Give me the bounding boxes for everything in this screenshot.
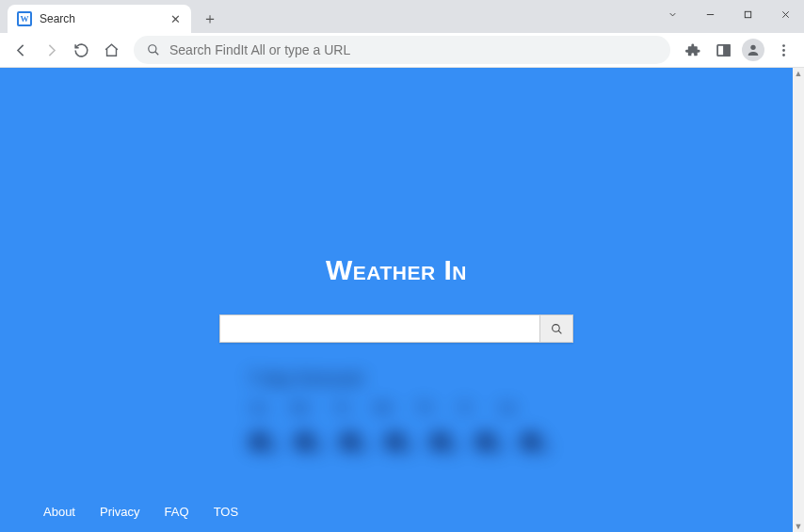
person-icon [746,42,761,57]
footer-link-privacy[interactable]: Privacy [100,505,140,519]
forecast-day: Su [249,400,269,415]
forecast-cloud-icon [474,432,499,453]
svg-point-10 [782,44,785,47]
forecast-cloud-icon [429,432,454,453]
forecast-day: Tu [331,400,352,415]
minimize-icon[interactable] [691,0,729,28]
footer-link-tos[interactable]: TOS [214,505,239,519]
svg-point-11 [782,49,785,52]
tab-close-icon[interactable]: ✕ [169,12,182,25]
forecast-cloud-icon [520,432,544,453]
forecast-cloud-icon [294,432,318,453]
forward-button[interactable] [38,37,64,63]
close-window-icon[interactable] [766,0,804,28]
back-button[interactable] [8,37,34,63]
weather-search-form [219,314,573,343]
weather-search-input[interactable] [219,314,539,343]
window-tab-strip: W Search ✕ ＋ [0,0,804,33]
weather-search-button[interactable] [539,314,573,343]
tab-favicon-icon: W [17,11,32,26]
svg-point-12 [782,54,785,56]
search-icon [551,323,563,335]
footer-link-about[interactable]: About [43,505,75,519]
forecast-day: Th [414,400,435,415]
address-input[interactable] [169,42,657,57]
svg-line-14 [558,330,561,333]
svg-point-13 [552,324,559,331]
browser-toolbar [0,33,804,68]
svg-point-4 [149,45,156,53]
side-panel-icon[interactable] [710,37,736,63]
home-button[interactable] [98,37,124,63]
forecast-cloud-icon [339,432,363,453]
profile-avatar[interactable] [742,39,764,61]
svg-rect-1 [745,11,750,17]
vertical-scrollbar[interactable]: ▲ ▼ [793,68,804,532]
scroll-down-icon[interactable]: ▼ [793,521,804,532]
extensions-icon[interactable] [680,37,706,63]
forecast-day: Fr [456,400,476,415]
footer-links: About Privacy FAQ TOS [0,493,793,530]
search-icon [147,43,160,56]
new-tab-button[interactable]: ＋ [197,6,223,32]
scroll-up-icon[interactable]: ▲ [793,68,804,79]
caret-down-icon[interactable] [653,0,691,28]
page-title: Weather In [0,254,793,286]
forecast-widget-blurred: 7-day forecast Su Mo Tu We Th Fr Sa [249,369,550,492]
svg-point-9 [750,45,755,50]
tab-title: Search [40,12,161,25]
svg-line-5 [155,52,159,56]
forecast-day: We [373,400,394,415]
page-content: Weather In 7-day forecast Su Mo Tu We Th… [0,68,793,532]
maximize-icon[interactable] [729,0,766,28]
forecast-cloud-icon [384,432,409,453]
forecast-day: Sa [497,400,518,415]
address-bar[interactable] [134,36,670,64]
svg-rect-8 [724,44,730,55]
menu-icon[interactable] [770,37,796,63]
window-controls [653,0,804,28]
forecast-cloud-icon [249,432,273,453]
browser-tab[interactable]: W Search ✕ [8,5,191,33]
forecast-day: Mo [290,400,311,415]
forecast-title: 7-day forecast [249,369,550,389]
reload-button[interactable] [68,37,94,63]
footer-link-faq[interactable]: FAQ [165,505,189,519]
